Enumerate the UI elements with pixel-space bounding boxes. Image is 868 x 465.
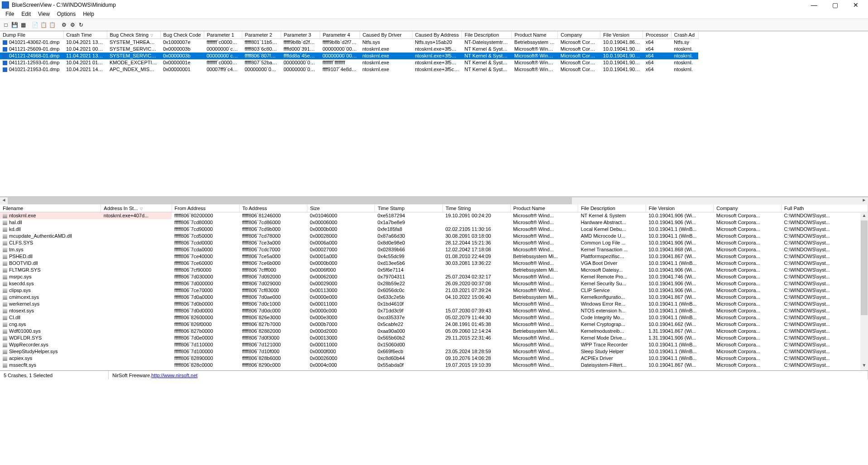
table-row[interactable]: mcupdate_AuthenticAMD.dllfffff806`7cd500… [0, 233, 868, 240]
col-header[interactable]: Address In St...▽ [101, 205, 172, 212]
nirsoft-link[interactable]: http://www.nirsoft.net [151, 373, 197, 378]
col-header[interactable]: Filename [0, 205, 101, 212]
col-header[interactable]: Product Name [510, 205, 578, 212]
titlebar: BlueScreenView - C:\WINDOWS\Minidump — ▢… [0, 0, 868, 10]
menu-view[interactable]: View [34, 10, 53, 19]
toolbar-btn-5[interactable]: 📋 [48, 21, 56, 29]
table-row[interactable]: acpiex.sysfffff806`82890000fffff806`828b… [0, 355, 868, 362]
dump-table[interactable]: Dump FileCrash TimeBug Check String▽Bug … [0, 31, 699, 73]
vscroll-thumb[interactable] [861, 221, 868, 315]
col-header[interactable]: Processor [643, 31, 671, 39]
menu-help[interactable]: Help [79, 10, 98, 19]
col-header[interactable]: Parameter 3 [281, 31, 320, 39]
scroll-up-icon[interactable]: ▲ [860, 213, 868, 221]
toolbar-btn-7[interactable]: ⚙ [68, 21, 77, 29]
toolbar-btn-2[interactable]: ▦ [19, 21, 27, 29]
table-row[interactable]: hal.dllfffff806`7cd80000fffff806`7cd8600… [0, 219, 868, 226]
table-row[interactable]: 041121-12593-01.dmp10.04.2021 01:45:52KM… [0, 59, 698, 66]
table-row[interactable]: 041021-43062-01.dmp10.04.2021 13:05:11SY… [0, 39, 698, 46]
col-header[interactable]: Product Name [512, 31, 558, 39]
col-header[interactable]: Parameter 4 [320, 31, 360, 39]
col-header[interactable]: Dump File [0, 31, 63, 39]
col-header[interactable]: Crash Ad [671, 31, 698, 39]
scroll-right-icon[interactable]: ► [860, 197, 868, 204]
menu-file[interactable]: File [2, 10, 18, 19]
table-row[interactable]: 041121-24968-01.dmp11.04.2021 13:29:31SY… [0, 53, 698, 59]
toolbar-btn-1[interactable]: 💾 [10, 21, 19, 29]
table-row[interactable]: ntoskrnl.exentoskrnl.exe+407d...fffff806… [0, 212, 868, 219]
toolbar-btn-0[interactable]: □ [2, 21, 10, 29]
toolbar-btn-6[interactable]: ⚙ [60, 21, 68, 29]
col-header[interactable]: File Description [578, 205, 646, 212]
close-button[interactable]: ✕ [845, 0, 866, 10]
table-row[interactable]: BOOTVID.dllfffff806`7ce60000fffff806`7ce… [0, 260, 868, 267]
table-row[interactable]: tm.sysfffff806`7cda0000fffff806`7cdc7000… [0, 246, 868, 253]
toolbar-btn-3[interactable]: 📄 [31, 21, 39, 29]
col-header[interactable]: Bug Check String▽ [107, 31, 160, 39]
table-row[interactable]: mssecflt.sysfffff806`828c0000fffff806`82… [0, 362, 868, 369]
bot-vscroll[interactable]: ▲ ▼ [860, 213, 868, 370]
table-row[interactable]: ksecdd.sysfffff806`7d000000fffff806`7d02… [0, 280, 868, 287]
table-row[interactable]: PSHED.dllfffff806`7ce40000fffff806`7ce5a… [0, 253, 868, 260]
col-header[interactable]: File Version [600, 31, 643, 39]
col-header[interactable]: Time Stamp [375, 205, 443, 212]
table-row[interactable]: Wdf01000.sysfffff806`827b0000fffff806`82… [0, 328, 868, 335]
col-header[interactable]: Company [714, 205, 782, 212]
table-row[interactable]: 041121-25609-01.dmp10.04.2021 00:59:59SY… [0, 46, 698, 53]
app-icon [2, 1, 9, 9]
col-header[interactable]: File Version [646, 205, 714, 212]
table-row[interactable]: 041021-21953-01.dmp10.04.2021 14:49:37AP… [0, 66, 698, 73]
col-header[interactable]: Caused By Driver [360, 31, 412, 39]
table-row[interactable]: msrpc.sysfffff806`7d030000fffff806`7d092… [0, 273, 868, 280]
table-row[interactable]: WDFLDR.SYSfffff806`7d0e0000fffff806`7d0f… [0, 335, 868, 341]
table-row[interactable]: FLTMGR.SYSfffff806`7cf90000fffff806`7cff… [0, 267, 868, 273]
table-row[interactable]: cmimcext.sysfffff806`7d0a0000fffff806`7d… [0, 294, 868, 301]
col-header[interactable]: To Address [240, 205, 307, 212]
minimize-button[interactable]: — [804, 0, 825, 10]
table-row[interactable]: ntosext.sysfffff806`7d0d0000fffff806`7d0… [0, 307, 868, 314]
col-header[interactable]: From Address [172, 205, 240, 212]
status-selection: 5 Crashes, 1 Selected [0, 371, 109, 379]
table-row[interactable]: WppRecorder.sysfffff806`7d110000fffff806… [0, 341, 868, 348]
module-list-pane[interactable]: FilenameAddress In St...▽From AddressTo … [0, 205, 868, 370]
table-row[interactable]: CI.dllfffff806`82600000fffff806`826e3000… [0, 314, 868, 321]
col-header[interactable]: Time String [442, 205, 510, 212]
table-row[interactable]: clipsp.sysfffff806`7ce70000fffff806`7cf8… [0, 287, 868, 294]
menu-options[interactable]: Options [53, 10, 79, 19]
col-header[interactable]: Company [558, 31, 600, 39]
toolbar: □💾▦📄📋📋⚙⚙↻ [0, 19, 868, 31]
scroll-down-icon[interactable]: ▼ [860, 363, 868, 370]
table-row[interactable]: cng.sysfffff806`826f0000fffff806`827b700… [0, 321, 868, 328]
col-header[interactable]: Crash Time [63, 31, 107, 39]
table-row[interactable]: werkernel.sysfffff806`7d0b0000fffff806`7… [0, 301, 868, 307]
col-header[interactable]: Parameter 1 [204, 31, 242, 39]
table-row[interactable]: CLFS.SYSfffff806`7cdd0000fffff806`7ce3a0… [0, 240, 868, 246]
col-header[interactable]: Full Path [781, 205, 868, 212]
scroll-thumb[interactable] [8, 197, 572, 204]
window-title: BlueScreenView - C:\WINDOWS\Minidump [12, 2, 804, 8]
top-hscroll[interactable]: ◄ ► [0, 197, 868, 205]
maximize-button[interactable]: ▢ [825, 0, 845, 10]
menu-edit[interactable]: Edit [18, 10, 34, 19]
status-credit: NirSoft Freeware. http://www.nirsoft.net [109, 371, 868, 379]
col-header[interactable]: File Description [462, 31, 512, 39]
toolbar-btn-4[interactable]: 📋 [39, 21, 48, 29]
menubar: FileEditViewOptionsHelp [0, 10, 868, 19]
scroll-left-icon[interactable]: ◄ [0, 197, 8, 204]
table-row[interactable]: SleepStudyHelper.sysfffff806`7d100000fff… [0, 348, 868, 355]
statusbar: 5 Crashes, 1 Selected NirSoft Freeware. … [0, 370, 868, 379]
col-header[interactable]: Caused By Address [412, 31, 462, 39]
dump-list-pane[interactable]: Dump FileCrash TimeBug Check String▽Bug … [0, 31, 868, 197]
module-table[interactable]: FilenameAddress In St...▽From AddressTo … [0, 205, 868, 369]
toolbar-btn-8[interactable]: ↻ [77, 21, 85, 29]
col-header[interactable]: Parameter 2 [242, 31, 281, 39]
table-row[interactable]: kd.dllfffff806`7cd90000fffff806`7cd9b000… [0, 226, 868, 233]
col-header[interactable]: Size [307, 205, 375, 212]
col-header[interactable]: Bug Check Code [160, 31, 204, 39]
